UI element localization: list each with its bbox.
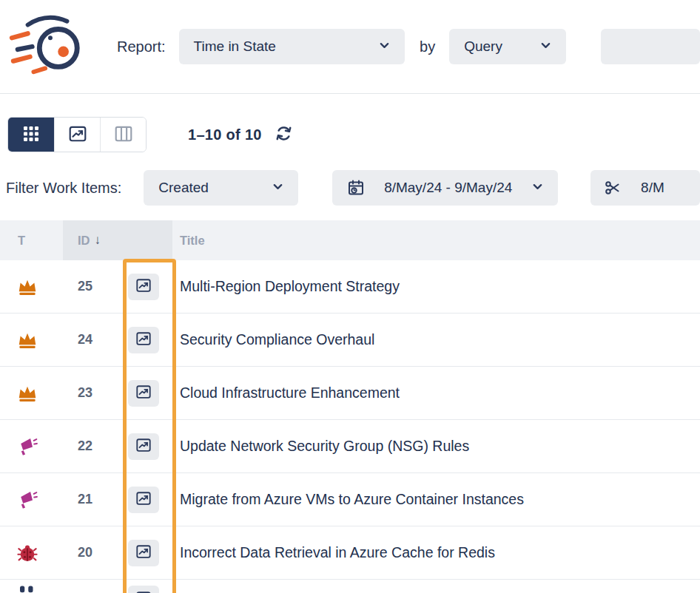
work-items-table: T ID ↓ Title 25 bbox=[0, 220, 700, 593]
work-item-title[interactable]: Security Compliance Overhaul bbox=[180, 331, 374, 348]
report-dropdown-value: Time in State bbox=[194, 38, 276, 55]
calendar-clock-icon bbox=[347, 179, 365, 197]
chevron-down-icon bbox=[272, 181, 283, 195]
date-range-dropdown[interactable]: 8/May/24 - 9/May/24 bbox=[332, 170, 558, 206]
view-chart-button[interactable] bbox=[54, 118, 100, 152]
table-row: 22 Update Network Security Group (NSG) R… bbox=[0, 420, 700, 473]
work-item-title[interactable]: Migrate from Azure VMs to Azure Containe… bbox=[180, 491, 524, 508]
refresh-button[interactable] bbox=[274, 123, 294, 146]
chart-button[interactable] bbox=[128, 327, 159, 353]
toolbar: 1–10 of 10 bbox=[0, 117, 700, 152]
chart-button[interactable] bbox=[128, 586, 159, 593]
created-filter-dropdown[interactable]: Created bbox=[144, 170, 298, 206]
work-item-id: 20 bbox=[78, 545, 95, 560]
board-icon bbox=[114, 124, 133, 146]
table-row: 21 Migrate from Azure VMs to Azure Conta… bbox=[0, 473, 700, 526]
table-row: 25 Multi-Region Deployment Strategy bbox=[0, 260, 700, 314]
view-board-button[interactable] bbox=[100, 118, 146, 152]
by-label: by bbox=[420, 38, 435, 55]
work-item-title[interactable]: Incorrect Data Retrieval in Azure Cache … bbox=[180, 544, 495, 561]
work-item-id: 23 bbox=[78, 385, 95, 401]
table-row: 20 Incorrect Data Retrieval in Azure Cac… bbox=[0, 526, 700, 580]
dots-icon bbox=[16, 584, 38, 593]
column-header-id-label: ID bbox=[78, 234, 90, 248]
table-row bbox=[0, 580, 700, 593]
column-header-type[interactable]: T bbox=[0, 220, 63, 260]
megaphone-icon bbox=[16, 489, 38, 511]
crown-icon bbox=[16, 276, 38, 298]
chevron-down-icon bbox=[379, 40, 390, 54]
table-row: 23 Cloud Infrastructure Enhancement bbox=[0, 367, 700, 420]
work-item-title[interactable]: Cloud Infrastructure Enhancement bbox=[180, 384, 400, 401]
refresh-icon bbox=[274, 123, 294, 146]
group-by-dropdown-value: Query bbox=[464, 38, 502, 55]
chart-button[interactable] bbox=[128, 380, 159, 407]
clipped-topbar-dropdown[interactable] bbox=[601, 29, 700, 64]
work-item-title[interactable]: Update Network Security Group (NSG) Rule… bbox=[180, 438, 469, 455]
chart-icon bbox=[135, 543, 152, 562]
app-logo bbox=[6, 10, 93, 83]
group-by-dropdown[interactable]: Query bbox=[449, 29, 566, 64]
column-header-id[interactable]: ID ↓ bbox=[63, 220, 172, 260]
column-header-title[interactable]: Title bbox=[172, 220, 700, 260]
chart-icon bbox=[135, 490, 152, 509]
work-item-id: 24 bbox=[78, 332, 95, 348]
chevron-down-icon bbox=[540, 40, 551, 54]
work-item-id: 25 bbox=[78, 279, 95, 294]
chart-button[interactable] bbox=[128, 274, 159, 300]
crown-icon bbox=[16, 329, 38, 351]
topbar: Report: Time in State by Query bbox=[0, 0, 700, 94]
scissors-icon bbox=[604, 179, 622, 197]
view-toggle bbox=[7, 117, 147, 152]
chart-icon bbox=[135, 437, 152, 455]
line-chart-icon bbox=[68, 124, 87, 146]
chart-icon bbox=[135, 277, 152, 296]
report-dropdown[interactable]: Time in State bbox=[179, 29, 405, 64]
chart-icon bbox=[135, 384, 152, 402]
crown-icon bbox=[16, 382, 38, 404]
filter-label: Filter Work Items: bbox=[6, 180, 121, 197]
chart-icon bbox=[135, 590, 152, 593]
bug-icon bbox=[16, 542, 38, 564]
date-range-value: 8/May/24 - 9/May/24 bbox=[384, 180, 522, 196]
chevron-down-icon bbox=[532, 181, 543, 195]
sort-desc-arrow: ↓ bbox=[95, 233, 101, 248]
filterbar: Filter Work Items: Created 8/May/24 - 9/… bbox=[0, 170, 700, 206]
chart-icon bbox=[135, 331, 152, 349]
chart-button[interactable] bbox=[128, 433, 159, 460]
clipped-filter-value: 8/M bbox=[641, 180, 664, 196]
view-grid-button[interactable] bbox=[8, 118, 54, 152]
table-body: 25 Multi-Region Deployment Strategy bbox=[0, 260, 700, 593]
work-item-id: 22 bbox=[78, 438, 95, 454]
work-item-id: 21 bbox=[78, 492, 95, 507]
clipped-filter-dropdown[interactable]: 8/M bbox=[590, 170, 700, 206]
table-row: 24 Security Compliance Overhaul bbox=[0, 314, 700, 367]
grid-icon bbox=[22, 125, 40, 145]
report-label: Report: bbox=[117, 38, 166, 55]
work-item-title[interactable]: Multi-Region Deployment Strategy bbox=[180, 278, 400, 295]
table-header: T ID ↓ Title bbox=[0, 220, 700, 260]
items-count: 1–10 of 10 bbox=[188, 126, 262, 143]
megaphone-icon bbox=[16, 436, 38, 458]
chart-button[interactable] bbox=[128, 540, 159, 566]
created-filter-value: Created bbox=[158, 180, 209, 196]
chart-button[interactable] bbox=[128, 487, 159, 513]
